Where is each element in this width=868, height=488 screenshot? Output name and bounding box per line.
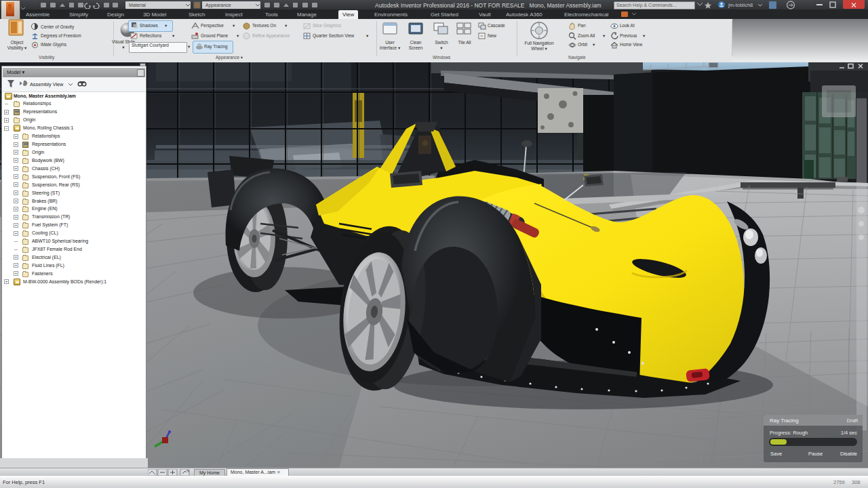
svg-text:jm-tobiich8: jm-tobiich8 [728, 2, 753, 8]
svg-text:Appearance: Appearance [205, 3, 231, 8]
svg-text:Material: Material [129, 3, 146, 7]
